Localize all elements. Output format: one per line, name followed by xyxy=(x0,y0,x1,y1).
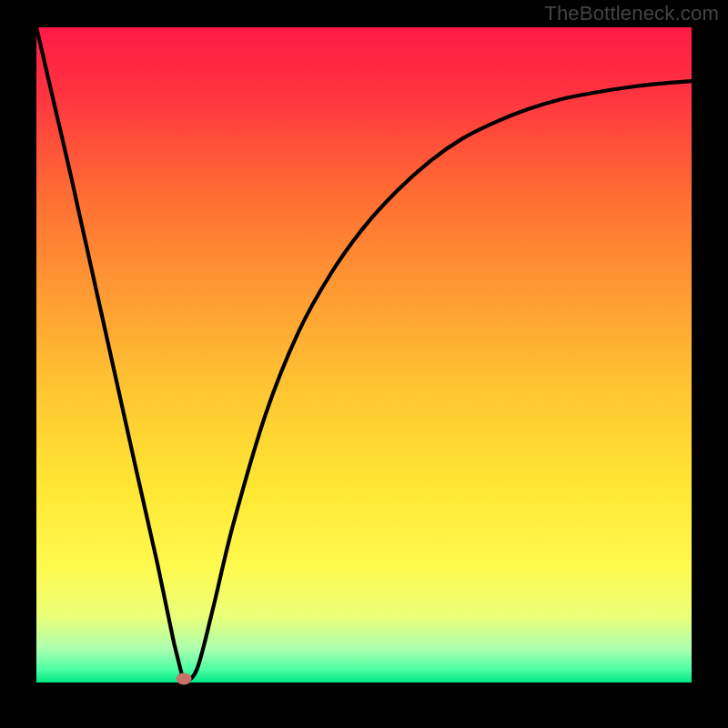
bottleneck-plot xyxy=(0,0,728,728)
optimal-point-marker xyxy=(177,673,192,685)
plot-background xyxy=(36,27,692,682)
chart-frame: TheBottleneck.com xyxy=(0,0,728,728)
watermark-text: TheBottleneck.com xyxy=(544,2,719,25)
